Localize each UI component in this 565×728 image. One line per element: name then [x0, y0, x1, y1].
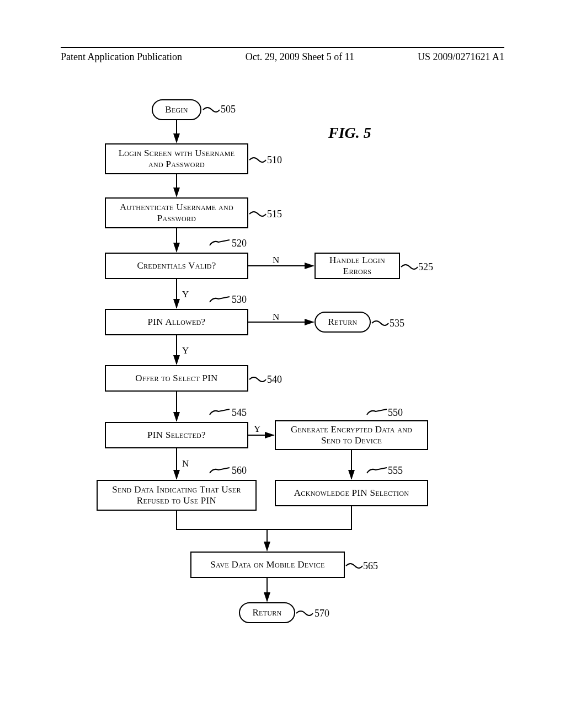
node-return-1: Return: [315, 312, 371, 333]
header-row: Patent Application Publication Oct. 29, …: [61, 51, 504, 63]
ref-525: 525: [418, 261, 433, 273]
node-begin: Begin: [152, 99, 201, 120]
ref-535: 535: [390, 318, 404, 329]
header-right: US 2009/0271621 A1: [418, 51, 504, 63]
node-ack-pin: Acknowledge PIN Selection: [275, 480, 428, 506]
page: Patent Application Publication Oct. 29, …: [0, 0, 565, 728]
label-y-pinallowed: Y: [182, 345, 189, 356]
ref-540: 540: [267, 374, 282, 386]
node-pin-allowed: PIN Allowed?: [105, 309, 248, 335]
header-center: Oct. 29, 2009 Sheet 5 of 11: [246, 51, 354, 63]
figure-title: FIG. 5: [328, 124, 371, 142]
ref-510: 510: [267, 154, 282, 166]
ref-570: 570: [315, 608, 329, 619]
node-send-refused: Send Data Indicating That User Refused t…: [97, 480, 257, 511]
node-pin-selected: PIN Selected?: [105, 422, 248, 448]
node-credentials-valid: Credentials Valid?: [105, 253, 248, 279]
ref-550: 550: [388, 407, 403, 419]
label-n-credentials: N: [273, 255, 279, 266]
node-login-screen: Login Screen with Username and Password: [105, 143, 248, 174]
node-offer-pin: Offer to Select PIN: [105, 365, 248, 392]
ref-515: 515: [267, 208, 282, 220]
node-return-2: Return: [239, 602, 295, 623]
ref-505: 505: [221, 104, 236, 115]
label-y-pinselected: Y: [254, 424, 260, 435]
ref-530: 530: [232, 294, 247, 306]
node-generate-encrypted: Generate Encrypted Data and Send to Devi…: [275, 420, 428, 450]
ref-520: 520: [232, 238, 247, 249]
node-handle-errors: Handle Login Errors: [315, 253, 400, 279]
ref-565: 565: [363, 560, 378, 572]
header-rule: [61, 47, 504, 48]
label-n-pinallowed: N: [273, 312, 279, 323]
header-left: Patent Application Publication: [61, 51, 182, 63]
page-header: Patent Application Publication Oct. 29, …: [0, 47, 565, 63]
label-n-pinselected: N: [182, 458, 189, 469]
label-y-credentials: Y: [182, 289, 189, 300]
ref-555: 555: [388, 465, 403, 477]
node-save-data: Save Data on Mobile Device: [190, 552, 345, 578]
ref-545: 545: [232, 407, 247, 419]
node-authenticate: Authenticate Username and Password: [105, 197, 248, 228]
ref-560: 560: [232, 465, 247, 477]
